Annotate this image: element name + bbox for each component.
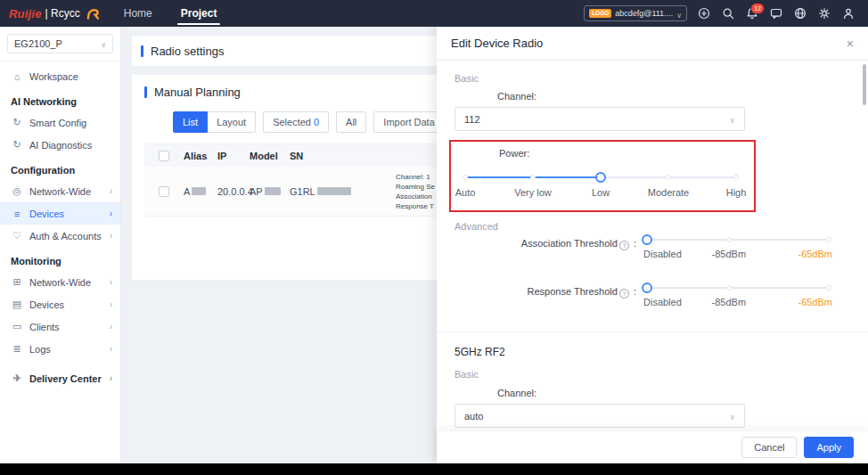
power-slider-handle[interactable] bbox=[595, 172, 606, 183]
sidebar-item-smart-config[interactable]: Smart Config bbox=[0, 111, 120, 134]
selected-filter-button[interactable]: Selected 0 bbox=[263, 111, 329, 133]
response-threshold-slider[interactable]: Disabled -85dBm -65dBm bbox=[647, 279, 829, 315]
sidebar-item-logs[interactable]: Logs bbox=[0, 338, 120, 360]
project-selector[interactable]: EG2100_P bbox=[7, 34, 113, 53]
slider-stop[interactable] bbox=[826, 237, 831, 242]
power-mark-auto[interactable]: Auto bbox=[455, 187, 476, 198]
chevron-right-icon bbox=[110, 231, 112, 241]
slider-stop[interactable] bbox=[463, 175, 468, 180]
account-logo-chip: LOGO bbox=[589, 9, 611, 19]
slider-track[interactable] bbox=[647, 239, 829, 241]
power-mark-moderate[interactable]: Moderate bbox=[648, 187, 689, 198]
redacted-text bbox=[317, 187, 351, 195]
cancel-button[interactable]: Cancel bbox=[741, 437, 797, 458]
message-icon[interactable] bbox=[769, 6, 783, 20]
cell-model: AP bbox=[250, 186, 290, 197]
account-icon[interactable] bbox=[841, 6, 856, 20]
account-menu[interactable]: LOGO abcdefg@111.... bbox=[584, 5, 687, 21]
select-all-checkbox[interactable] bbox=[159, 151, 169, 161]
slider-stop[interactable] bbox=[726, 237, 732, 242]
notification-badge: 12 bbox=[750, 3, 765, 14]
chevron-right-icon bbox=[110, 344, 112, 354]
sidebar-item-label: Devices bbox=[29, 299, 64, 310]
sidebar-item-devices-monitoring[interactable]: Devices bbox=[0, 293, 120, 315]
basic-section-label: Basic bbox=[454, 73, 479, 84]
slider-stop[interactable] bbox=[666, 175, 671, 180]
power-mark-very-low[interactable]: Very low bbox=[514, 187, 552, 198]
sidebar-item-delivery-center[interactable]: Delivery Center bbox=[0, 367, 120, 389]
association-threshold-slider[interactable]: Disabled -85dBm -65dBm bbox=[647, 231, 829, 266]
row-checkbox[interactable] bbox=[159, 186, 169, 197]
column-header-sn[interactable]: SN bbox=[290, 151, 390, 161]
column-header-ip[interactable]: IP bbox=[217, 151, 250, 161]
brand-logo: Ruijie | Rcycc bbox=[0, 7, 110, 20]
drawer-header: Edit Device Radio × bbox=[437, 27, 868, 61]
globe-icon[interactable] bbox=[793, 6, 807, 20]
close-icon[interactable]: × bbox=[847, 37, 854, 51]
column-header-alias[interactable]: Alias bbox=[184, 151, 217, 161]
project-selector-value: EG2100_P bbox=[14, 38, 62, 49]
association-slider-handle[interactable] bbox=[642, 234, 652, 245]
mark-mid: -85dBm bbox=[712, 249, 747, 259]
sidebar-item-ai-diagnostics[interactable]: AI Diagnostics bbox=[0, 134, 120, 156]
sidebar-item-devices-config[interactable]: Devices bbox=[0, 202, 120, 225]
chevron-right-icon bbox=[110, 277, 112, 287]
sidebar-item-network-wide-config[interactable]: Network-Wide bbox=[0, 180, 120, 202]
add-icon[interactable] bbox=[697, 6, 711, 20]
client-icon bbox=[11, 321, 23, 332]
help-icon[interactable] bbox=[619, 241, 629, 250]
send-icon bbox=[11, 373, 23, 384]
sidebar-item-label: Network-Wide bbox=[29, 186, 91, 197]
search-icon[interactable] bbox=[721, 6, 735, 20]
device-icon bbox=[11, 299, 23, 310]
response-threshold-label: Response Threshold bbox=[437, 286, 636, 299]
rf2-channel-select[interactable]: auto bbox=[454, 404, 745, 428]
tab-home[interactable]: Home bbox=[110, 0, 167, 27]
sidebar-item-auth-accounts[interactable]: Auth & Accounts bbox=[0, 225, 120, 247]
all-filter-button[interactable]: All bbox=[336, 111, 366, 133]
slider-stop[interactable] bbox=[530, 175, 536, 180]
layout-view-button[interactable]: Layout bbox=[208, 111, 256, 133]
chevron-right-icon bbox=[110, 373, 112, 383]
sidebar-section-monitoring: Monitoring bbox=[0, 247, 120, 271]
power-mark-low[interactable]: Low bbox=[592, 187, 610, 198]
sidebar-section-configuration: Configuration bbox=[0, 156, 120, 180]
power-slider[interactable]: Auto Very low Low Moderate High bbox=[465, 162, 736, 201]
gear-icon[interactable] bbox=[817, 6, 831, 20]
app-screen: Ruijie | Rcycc Home Project LOGO abcdefg… bbox=[0, 0, 868, 475]
chevron-down-icon bbox=[676, 5, 682, 21]
association-threshold-label: Association Threshold bbox=[437, 238, 636, 250]
refresh-icon bbox=[11, 139, 23, 151]
sidebar-item-clients[interactable]: Clients bbox=[0, 315, 120, 338]
chevron-right-icon bbox=[110, 299, 112, 309]
slider-track[interactable] bbox=[647, 287, 829, 289]
response-slider-handle[interactable] bbox=[642, 283, 652, 293]
power-mark-high[interactable]: High bbox=[726, 187, 747, 198]
column-header-model[interactable]: Model bbox=[250, 151, 290, 161]
account-email: abcdefg@111.... bbox=[615, 9, 673, 18]
slider-stop[interactable] bbox=[826, 285, 831, 291]
rf2-basic-label: Basic bbox=[454, 369, 479, 380]
sidebar-item-network-wide-monitoring[interactable]: Network-Wide bbox=[0, 271, 120, 293]
power-label: Power: bbox=[499, 148, 529, 159]
list-view-button[interactable]: List bbox=[173, 111, 208, 133]
slider-stop[interactable] bbox=[726, 285, 732, 291]
slider-stop[interactable] bbox=[733, 175, 739, 180]
sidebar-item-label: Logs bbox=[29, 344, 51, 355]
sidebar-item-workspace[interactable]: Workspace bbox=[0, 65, 120, 87]
import-data-button[interactable]: Import Data bbox=[373, 111, 444, 133]
rf2-section-title: 5GHz RF2 bbox=[454, 346, 505, 358]
channel-select[interactable]: 112 bbox=[454, 107, 745, 131]
topbar: Ruijie | Rcycc Home Project LOGO abcdefg… bbox=[0, 0, 868, 27]
rf2-channel-label: Channel: bbox=[497, 388, 536, 398]
tab-project[interactable]: Project bbox=[167, 0, 232, 27]
notifications-bell-icon[interactable]: 12 bbox=[745, 6, 759, 20]
drawer-scrollbar[interactable] bbox=[863, 64, 866, 105]
apply-button[interactable]: Apply bbox=[804, 437, 854, 458]
sidebar-divider bbox=[0, 61, 120, 61]
chevron-right-icon bbox=[110, 186, 112, 196]
help-icon[interactable] bbox=[619, 289, 629, 299]
channel-label: Channel: bbox=[497, 91, 536, 102]
selected-count: 0 bbox=[314, 117, 319, 127]
logs-icon bbox=[11, 343, 23, 355]
